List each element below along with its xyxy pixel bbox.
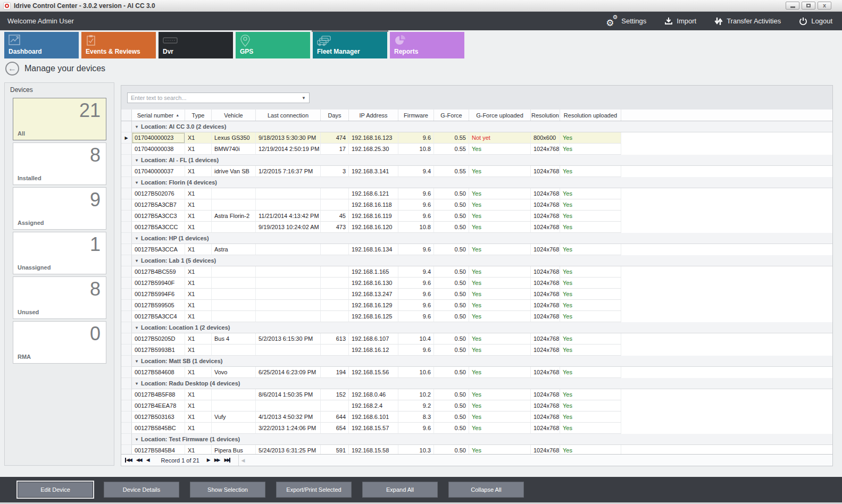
device-row[interactable]: 00127B59940FX1192.168.16.1309.60.50Yes10…: [121, 278, 832, 289]
cell-resolution: 1024x768: [531, 244, 560, 255]
last-record-button[interactable]: ▶▶: [224, 458, 231, 463]
group-row[interactable]: ▾Location: Location 1 (2 devices): [121, 322, 832, 333]
card-count: 0: [90, 323, 101, 345]
filter-card-installed[interactable]: 8Installed: [13, 142, 106, 185]
collapse-group-icon[interactable]: ▾: [136, 437, 138, 442]
filter-card-all[interactable]: 21All: [13, 98, 106, 140]
device-row[interactable]: 00127B503163X1Vufy4/1/2013 4:50:32 PM644…: [121, 411, 832, 423]
tab-gps[interactable]: GPS: [236, 32, 310, 58]
tab-fleet-manager[interactable]: Fleet Manager: [313, 32, 387, 58]
column-header-firmware[interactable]: Firmware: [398, 110, 434, 121]
collapse-group-icon[interactable]: ▾: [136, 381, 138, 386]
column-header-last[interactable]: Last connection: [256, 110, 321, 121]
search-input[interactable]: Enter text to search... ▼: [127, 93, 310, 103]
column-header-gforce_uploaded[interactable]: G-Force uploaded: [469, 110, 531, 121]
group-row[interactable]: ▾Location: Test Firmware (1 devices): [121, 434, 832, 445]
device-row[interactable]: 00127B502076X1192.168.6.1219.60.50Yes102…: [121, 188, 832, 199]
close-button[interactable]: x: [818, 2, 831, 10]
device-row[interactable]: 00127B5845B4X1Pipera Bus5/24/2013 6:31:2…: [121, 445, 832, 454]
cell-resolution: 1024x768: [531, 333, 560, 345]
device-row[interactable]: 017040000038X1BMW740i12/19/2014 2:50:19 …: [121, 144, 832, 155]
cell-days: 194: [321, 367, 349, 378]
group-row[interactable]: ▾Location: Al CC 3.0 (2 devices): [121, 121, 832, 132]
cell-serial: 00127B5845BC: [132, 423, 185, 434]
device-row[interactable]: 00127B599505X1192.168.16.1299.60.50Yes10…: [121, 300, 832, 311]
export-print-selected-button[interactable]: Export/Print Selected: [276, 482, 352, 498]
group-row[interactable]: ▾Location: Florin (4 devices): [121, 177, 832, 188]
device-row[interactable]: 00127B5A3CC3X1Astra Florin-211/21/2014 4…: [121, 211, 832, 222]
back-button[interactable]: ←: [5, 62, 19, 75]
group-row[interactable]: ▾Location: Al - FL (1 devices): [121, 155, 832, 166]
group-label: Location: Lab 1 (5 devices): [141, 257, 216, 264]
prev-page-button[interactable]: ◀◀: [136, 458, 141, 463]
column-header-type[interactable]: Type: [185, 110, 212, 121]
device-row[interactable]: 00127B4BC559X1192.168.1.1659.40.50Yes102…: [121, 266, 832, 278]
filter-card-assigned[interactable]: 9Assigned: [13, 187, 106, 230]
device-filter-cards: 21All8Installed9Assigned1Unassigned8Unus…: [5, 98, 114, 364]
expand-all-button[interactable]: Expand All: [362, 482, 438, 498]
first-record-button[interactable]: ◀◀: [125, 458, 131, 463]
cell-type: X1: [185, 289, 212, 300]
group-row[interactable]: ▾Location: HP (1 devices): [121, 233, 832, 244]
collapse-group-icon[interactable]: ▾: [136, 180, 138, 185]
collapse-group-icon[interactable]: ▾: [136, 258, 138, 263]
device-row[interactable]: 00127B5A3CC4X1192.168.16.1259.60.50Yes10…: [121, 311, 832, 322]
transfer-activities-button[interactable]: Transfer Activities: [714, 17, 781, 26]
device-row[interactable]: 00127B5845BCX13/22/2013 1:24:06 PM654192…: [121, 423, 832, 434]
settings-button[interactable]: ⚙⚙Settings: [606, 16, 646, 26]
clipboard-icon: [86, 35, 99, 46]
import-button[interactable]: Import: [664, 17, 696, 25]
filter-card-unused[interactable]: 8Unused: [13, 276, 106, 319]
column-header-ip[interactable]: IP Address: [349, 110, 398, 121]
collapse-all-button[interactable]: Collapse All: [448, 482, 524, 498]
column-header-days[interactable]: Days: [321, 110, 349, 121]
tab-dashboard[interactable]: Dashboard: [4, 32, 79, 58]
collapse-group-icon[interactable]: ▾: [136, 236, 138, 241]
group-row[interactable]: ▾Location: Radu Desktop (4 devices): [121, 378, 832, 389]
cell-resolution: 1024x768: [531, 389, 560, 400]
device-row[interactable]: ▶017040000023X1Lexus GS3509/18/2013 5:30…: [121, 132, 832, 144]
hscroll-left-arrow[interactable]: ◀: [241, 458, 245, 463]
grid-rows: ▾Location: Al CC 3.0 (2 devices)▶0170400…: [121, 121, 832, 454]
group-row[interactable]: ▾Location: Matt SB (1 devices): [121, 356, 832, 367]
tab-reports[interactable]: Reports: [390, 32, 464, 58]
cell-type: X1: [185, 244, 212, 255]
minimize-button[interactable]: [786, 2, 799, 10]
edit-device-button[interactable]: Edit Device: [18, 482, 93, 498]
search-dropdown-icon[interactable]: ▼: [302, 96, 306, 100]
filter-card-rma[interactable]: 0RMA: [13, 321, 106, 364]
collapse-group-icon[interactable]: ▾: [136, 359, 138, 364]
tab-events-reviews[interactable]: Events & Reviews: [81, 32, 156, 58]
logout-button[interactable]: Logout: [799, 17, 832, 26]
device-row[interactable]: 00127B50205DX1Bus 45/2/2013 6:15:30 PM61…: [121, 333, 832, 345]
collapse-group-icon[interactable]: ▾: [136, 124, 138, 129]
show-selection-button[interactable]: Show Selection: [190, 482, 265, 498]
device-row[interactable]: 00127B5A3CB7X1192.168.16.1189.60.50Yes10…: [121, 199, 832, 211]
cell-vehicle: [212, 278, 256, 289]
next-page-button[interactable]: ▶▶: [214, 458, 220, 463]
device-row[interactable]: 00127B584608X1Vovo6/25/2014 6:23:09 PM19…: [121, 367, 832, 378]
filter-card-unassigned[interactable]: 1Unassigned: [13, 232, 106, 274]
device-row[interactable]: 00127B5A3CCCX19/19/2013 10:24:02 AM47319…: [121, 222, 832, 233]
group-row[interactable]: ▾Location: Lab 1 (5 devices): [121, 255, 832, 266]
prev-record-button[interactable]: ◀: [146, 458, 149, 463]
card-count: 8: [90, 278, 101, 300]
device-details-button[interactable]: Device Details: [104, 482, 179, 498]
next-record-button[interactable]: ▶: [207, 458, 210, 463]
column-header-resolution_uploaded[interactable]: Resolution uploaded: [560, 110, 621, 121]
device-row[interactable]: 00127B5994F6X1192.168.13.2479.60.50Yes10…: [121, 289, 832, 300]
device-row[interactable]: 00127B5A3CCAX1Astra192.168.16.1349.60.50…: [121, 244, 832, 255]
maximize-button[interactable]: [802, 2, 815, 10]
device-row[interactable]: 00127B5993B1X1192.168.16.129.60.50Yes102…: [121, 345, 832, 356]
device-row[interactable]: 017040000037X1idrive Van SB1/2/2015 7:16…: [121, 166, 832, 177]
column-header-gforce[interactable]: G-Force: [434, 110, 469, 121]
cell-days: [321, 244, 349, 255]
column-header-vehicle[interactable]: Vehicle: [212, 110, 256, 121]
column-header-resolution[interactable]: Resolution: [531, 110, 560, 121]
device-row[interactable]: 00127B4B5F88X18/6/2014 1:50:35 PM152192.…: [121, 389, 832, 400]
column-header-serial[interactable]: Serial number▲: [132, 110, 185, 121]
device-row[interactable]: 00127B4EEA78X1192.168.2.49.20.50Yes1024x…: [121, 400, 832, 411]
collapse-group-icon[interactable]: ▾: [136, 325, 138, 330]
tab-dvr[interactable]: Dvr: [159, 32, 233, 58]
collapse-group-icon[interactable]: ▾: [136, 158, 138, 163]
